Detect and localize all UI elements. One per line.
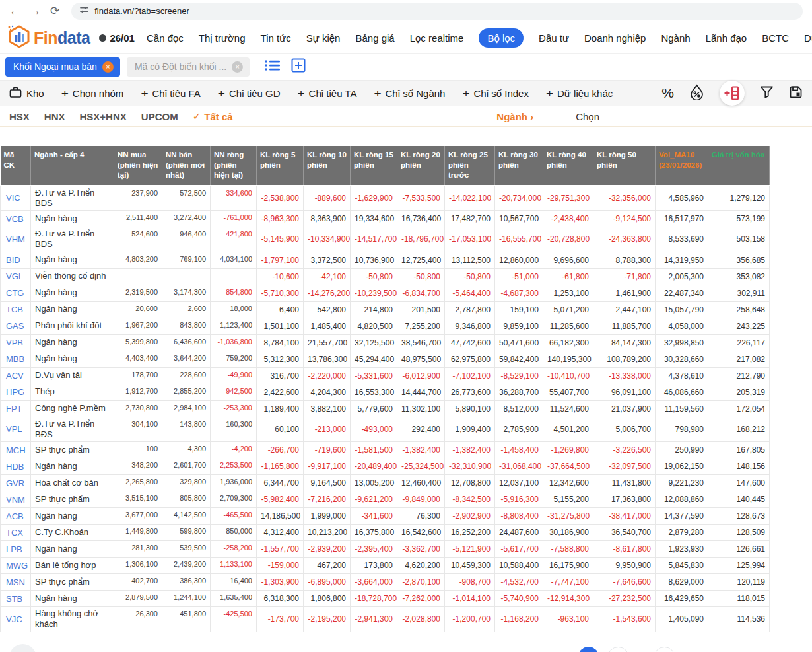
value-cell: 76,300 bbox=[397, 508, 445, 525]
nav-item[interactable]: Thị trường bbox=[199, 32, 246, 44]
value-cell: 228,600 bbox=[162, 367, 211, 384]
column-header[interactable]: KL ròng 5 phiên bbox=[257, 146, 304, 186]
column-header[interactable]: KL ròng 30 phiên bbox=[495, 146, 543, 186]
prev-page-button[interactable]: ‹ bbox=[9, 644, 36, 652]
value-cell: 100 bbox=[114, 442, 162, 458]
ticker-link[interactable]: VIC bbox=[1, 186, 31, 211]
value-cell: -38,417,000 bbox=[593, 508, 656, 525]
site-settings-icon[interactable] bbox=[79, 5, 89, 17]
filter-list-icon[interactable] bbox=[264, 59, 281, 75]
ticker-link[interactable]: CTG bbox=[1, 285, 31, 301]
remove-filter-icon[interactable]: × bbox=[102, 61, 114, 73]
column-header[interactable]: Mã CK bbox=[1, 146, 31, 186]
column-header[interactable]: KL ròng 40 phiên bbox=[543, 146, 593, 186]
toolbar-add-item-label: Chọn nhóm bbox=[73, 88, 124, 99]
ticker-link[interactable]: FPT bbox=[1, 400, 31, 417]
remove-filter-icon[interactable]: × bbox=[232, 61, 243, 73]
column-header[interactable]: Ngành - cấp 4 bbox=[31, 146, 114, 186]
ticker-link[interactable]: VJC bbox=[1, 607, 31, 632]
ticker-link[interactable]: VGI bbox=[1, 268, 31, 285]
droplet-percent-icon[interactable] bbox=[689, 84, 704, 103]
value-cell: 32,998,850 bbox=[656, 334, 708, 351]
nav-item[interactable]: BCTC bbox=[762, 32, 789, 44]
reload-icon[interactable]: ⟳ bbox=[50, 5, 59, 17]
toolbar-add-item[interactable]: +Chỉ số Ngành bbox=[374, 87, 445, 100]
exchange-tab[interactable]: HSX+HNX bbox=[80, 111, 127, 122]
column-header[interactable]: Vol_MA10 (23/01/2026) bbox=[656, 146, 708, 186]
toolbar-add-item[interactable]: +Chỉ tiêu GD bbox=[218, 87, 281, 100]
ticker-link[interactable]: MWG bbox=[1, 558, 31, 574]
toolbar-add-item[interactable]: +Chọn nhóm bbox=[61, 87, 124, 100]
tab-all[interactable]: ✓ Tất cả bbox=[193, 110, 233, 122]
nav-item[interactable]: Đầu tư bbox=[539, 32, 569, 44]
percent-icon[interactable]: % bbox=[661, 85, 674, 101]
kho-button[interactable]: Kho bbox=[9, 87, 44, 100]
column-header[interactable]: KL ròng 15 phiên bbox=[351, 146, 397, 186]
column-header[interactable]: NN mua (phiên hiện tại) bbox=[114, 146, 162, 186]
ticker-link[interactable]: STB bbox=[1, 591, 31, 607]
nav-item[interactable]: Bảng giá bbox=[355, 32, 394, 44]
column-header[interactable]: KL ròng 20 phiên bbox=[397, 146, 445, 186]
column-header[interactable]: NN ròng (phiên hiện tại) bbox=[211, 146, 257, 186]
nav-item[interactable]: Cần đọc bbox=[147, 32, 184, 44]
toolbar-add-item[interactable]: +Chỉ tiêu TA bbox=[298, 87, 357, 100]
table-row: HDBNgân hàng348,2002,601,700-2,253,500-1… bbox=[1, 458, 770, 475]
ticker-link[interactable]: LPB bbox=[1, 541, 31, 558]
nav-item[interactable]: Sự kiện bbox=[306, 32, 341, 44]
column-header[interactable]: NN bán (phiên mới nhất) bbox=[162, 146, 211, 186]
toolbar-add-item[interactable]: +Chỉ tiêu FA bbox=[141, 87, 200, 100]
nganh-button[interactable]: Ngành › bbox=[496, 111, 533, 122]
findata-logo[interactable]: Findata bbox=[7, 25, 90, 51]
nav-item[interactable]: Bộ lọc bbox=[479, 28, 524, 48]
value-cell: 45,294,400 bbox=[351, 351, 397, 367]
exchange-tab[interactable]: UPCOM bbox=[141, 111, 178, 122]
exchange-tab[interactable]: HSX bbox=[9, 111, 30, 122]
ticker-link[interactable]: VPL bbox=[1, 417, 31, 442]
ticker-link[interactable]: TCX bbox=[1, 525, 31, 541]
nav-item[interactable]: Lọc realtime bbox=[410, 32, 464, 44]
add-column-icon[interactable] bbox=[720, 81, 745, 106]
ticker-link[interactable]: MSN bbox=[1, 574, 31, 591]
ticker-link[interactable]: VCB bbox=[1, 211, 31, 227]
save-icon[interactable] bbox=[789, 85, 803, 102]
toolbar-add-item[interactable]: +Dữ liệu khác bbox=[546, 87, 613, 100]
column-header[interactable]: KL ròng 25 phiên trước bbox=[445, 146, 495, 186]
page-button[interactable]: 2 bbox=[607, 647, 629, 652]
ticker-link[interactable]: GVR bbox=[1, 475, 31, 491]
filter-chip-active[interactable]: Khối Ngoại mua bán × bbox=[5, 57, 120, 77]
ticker-link[interactable]: VHM bbox=[1, 227, 31, 252]
toolbar-add-item[interactable]: +Chỉ số Index bbox=[462, 87, 529, 100]
ticker-link[interactable]: VNM bbox=[1, 491, 31, 508]
ticker-link[interactable]: HPG bbox=[1, 384, 31, 400]
ticker-link[interactable]: MBB bbox=[1, 351, 31, 367]
ticker-link[interactable]: GAS bbox=[1, 318, 31, 334]
ticker-link[interactable]: ACV bbox=[1, 367, 31, 384]
nav-item[interactable]: Lãnh đạo bbox=[706, 32, 747, 44]
ticker-link[interactable]: VPB bbox=[1, 334, 31, 351]
ticker-link[interactable]: MCH bbox=[1, 442, 31, 458]
ticker-link[interactable]: BID bbox=[1, 252, 31, 268]
forward-icon[interactable]: → bbox=[30, 5, 41, 17]
value-cell: -20,489,400 bbox=[351, 458, 397, 475]
url-bar[interactable]: findata.vn/?tab=screener bbox=[71, 3, 803, 20]
page-button[interactable]: 1 bbox=[578, 647, 599, 652]
back-icon[interactable]: ← bbox=[9, 5, 20, 17]
ticker-link[interactable]: HDB bbox=[1, 458, 31, 475]
page-button[interactable]: 14 bbox=[654, 647, 675, 652]
value-cell: 6,436,600 bbox=[162, 334, 211, 351]
add-filter-box-icon[interactable] bbox=[291, 58, 306, 75]
nav-item[interactable]: Tin tức bbox=[261, 32, 291, 44]
chon-button[interactable]: Chọn bbox=[576, 111, 599, 122]
nav-item[interactable]: Doanh nghiệp bbox=[584, 32, 646, 44]
value-cell: 5,399,800 bbox=[114, 334, 162, 351]
filter-chip-muted[interactable]: Mã có Đột biến khối ... × bbox=[127, 57, 250, 77]
filter-funnel-icon[interactable] bbox=[760, 85, 774, 102]
column-header[interactable]: KL ròng 10 phiên bbox=[304, 146, 351, 186]
nav-item[interactable]: Dupont bbox=[804, 32, 812, 44]
column-header[interactable]: KL ròng 50 phiên bbox=[593, 146, 656, 186]
ticker-link[interactable]: TCB bbox=[1, 301, 31, 318]
column-header[interactable]: Giá trị vốn hóa bbox=[708, 146, 770, 186]
exchange-tab[interactable]: HNX bbox=[44, 111, 65, 122]
nav-item[interactable]: Ngành bbox=[661, 32, 690, 44]
ticker-link[interactable]: ACB bbox=[1, 508, 31, 525]
